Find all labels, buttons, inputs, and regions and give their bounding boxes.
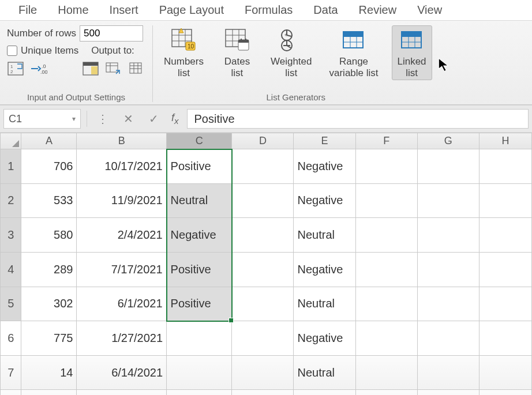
output-range-icon[interactable] xyxy=(82,61,99,76)
cell-A4[interactable]: 289 xyxy=(21,252,77,287)
tab-file[interactable]: File xyxy=(18,3,37,17)
column-header-G[interactable]: G xyxy=(417,133,479,149)
cell-A6[interactable]: 775 xyxy=(21,321,77,356)
cell-H3[interactable] xyxy=(479,218,531,253)
cell-E3[interactable]: Neutral xyxy=(294,218,355,253)
tab-data[interactable]: Data xyxy=(313,3,338,17)
cell-F5[interactable] xyxy=(355,287,417,321)
cell-H5[interactable] xyxy=(479,287,531,321)
cell-B2[interactable]: 11/9/2021 xyxy=(77,183,167,218)
cell-D3[interactable] xyxy=(232,218,294,253)
weighted-list-button[interactable]: + Weightedlist xyxy=(267,25,316,80)
cell-C3[interactable]: Negative xyxy=(167,218,232,253)
cell-A2[interactable]: 533 xyxy=(21,183,77,218)
tab-home[interactable]: Home xyxy=(58,3,88,17)
cell-D1[interactable] xyxy=(232,149,294,184)
cell-G4[interactable] xyxy=(417,252,479,287)
cell-B7[interactable]: 6/14/2021 xyxy=(77,355,167,390)
cell-H1[interactable] xyxy=(479,149,531,184)
cell-B4[interactable]: 7/17/2021 xyxy=(77,252,167,287)
column-header-C[interactable]: C xyxy=(167,133,232,149)
cell-B6[interactable]: 1/27/2021 xyxy=(77,321,167,356)
cell-E6[interactable]: Negative xyxy=(294,321,355,356)
numbers-list-button[interactable]: 10 Numberslist xyxy=(160,25,208,80)
tab-review[interactable]: Review xyxy=(359,3,397,17)
cell-H7[interactable] xyxy=(479,355,531,390)
cell-F6[interactable] xyxy=(355,321,417,356)
row-header[interactable]: 8 xyxy=(1,390,21,395)
cell-D6[interactable] xyxy=(232,321,294,356)
formula-input[interactable] xyxy=(187,109,529,129)
cell-E7[interactable]: Neutral xyxy=(294,355,355,390)
cell-E4[interactable]: Negative xyxy=(294,252,355,287)
tab-insert[interactable]: Insert xyxy=(110,3,138,17)
accept-formula-icon[interactable]: ✓ xyxy=(144,110,163,127)
column-header-B[interactable]: B xyxy=(77,133,167,149)
cell-A8[interactable]: 761 xyxy=(21,390,77,395)
cell-H8[interactable] xyxy=(479,390,531,395)
row-header[interactable]: 7 xyxy=(1,355,21,390)
cell-F2[interactable] xyxy=(355,183,417,218)
cell-C6[interactable] xyxy=(167,321,232,356)
cell-G3[interactable] xyxy=(417,218,479,253)
unique-items-checkbox[interactable] xyxy=(7,46,17,56)
cell-D7[interactable] xyxy=(232,355,294,390)
row-header[interactable]: 5 xyxy=(1,287,21,321)
row-header[interactable]: 1 xyxy=(1,149,21,184)
cell-F8[interactable] xyxy=(355,390,417,395)
cell-G6[interactable] xyxy=(417,321,479,356)
cell-C1[interactable]: Positive xyxy=(167,149,232,184)
cell-E2[interactable]: Negative xyxy=(294,183,355,218)
decrease-decimal-icon[interactable]: .0.00 xyxy=(30,61,47,76)
cell-A7[interactable]: 14 xyxy=(21,355,77,390)
cell-G7[interactable] xyxy=(417,355,479,390)
cancel-formula-icon[interactable]: ✕ xyxy=(118,110,138,127)
column-header-D[interactable]: D xyxy=(232,133,294,149)
cell-G5[interactable] xyxy=(417,287,479,321)
dates-list-button[interactable]: Dateslist xyxy=(217,25,257,80)
cell-H6[interactable] xyxy=(479,321,531,356)
cell-E1[interactable]: Negative xyxy=(294,149,355,184)
output-workbook-icon[interactable] xyxy=(128,61,145,76)
cell-C4[interactable]: Positive xyxy=(167,252,232,287)
cell-D8[interactable] xyxy=(232,390,294,395)
tab-pagelayout[interactable]: Page Layout xyxy=(159,3,224,17)
column-header-E[interactable]: E xyxy=(294,133,355,149)
range-list-button[interactable]: Rangevariable list xyxy=(325,25,382,80)
cell-D4[interactable] xyxy=(232,252,294,287)
cell-H2[interactable] xyxy=(479,183,531,218)
row-header[interactable]: 6 xyxy=(1,321,21,356)
cell-B8[interactable]: 9/13/2021 xyxy=(77,390,167,395)
more-options-icon[interactable]: ⋮ xyxy=(93,110,113,127)
column-header-A[interactable]: A xyxy=(21,133,77,149)
cell-C7[interactable] xyxy=(167,355,232,390)
linked-list-button[interactable]: Linkedlist xyxy=(392,25,432,80)
spreadsheet-grid[interactable]: ABCDEFGH 170610/17/2021PositiveNegative2… xyxy=(0,133,532,395)
cell-H4[interactable] xyxy=(479,252,531,287)
cell-E5[interactable]: Neutral xyxy=(294,287,355,321)
cell-B3[interactable]: 2/4/2021 xyxy=(77,218,167,253)
cell-A1[interactable]: 706 xyxy=(21,149,77,184)
cell-D5[interactable] xyxy=(232,287,294,321)
cell-C5[interactable]: Positive xyxy=(167,287,232,321)
column-header-H[interactable]: H xyxy=(479,133,531,149)
num-rows-input[interactable] xyxy=(80,25,143,42)
row-header[interactable]: 3 xyxy=(1,218,21,253)
row-header[interactable]: 2 xyxy=(1,183,21,218)
cell-A5[interactable]: 302 xyxy=(21,287,77,321)
cell-G8[interactable] xyxy=(417,390,479,395)
cell-D2[interactable] xyxy=(232,183,294,218)
tab-view[interactable]: View xyxy=(417,3,442,17)
cell-F1[interactable] xyxy=(355,149,417,184)
cell-E8[interactable]: Negative xyxy=(294,390,355,395)
select-all-corner[interactable] xyxy=(1,133,21,149)
tab-formulas[interactable]: Formulas xyxy=(245,3,293,17)
cell-F3[interactable] xyxy=(355,218,417,253)
cell-G1[interactable] xyxy=(417,149,479,184)
cell-F7[interactable] xyxy=(355,355,417,390)
cell-C2[interactable]: Neutral xyxy=(167,183,232,218)
row-header[interactable]: 4 xyxy=(1,252,21,287)
fx-icon[interactable]: fx xyxy=(171,112,179,126)
cell-C8[interactable] xyxy=(167,390,232,395)
cell-B1[interactable]: 10/17/2021 xyxy=(77,149,167,184)
